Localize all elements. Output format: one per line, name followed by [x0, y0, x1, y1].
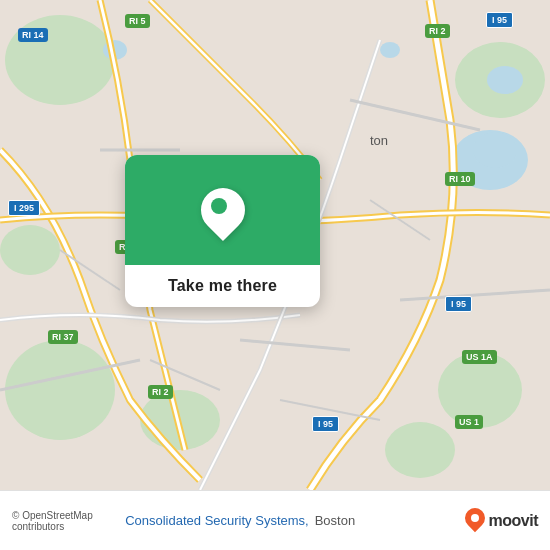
svg-point-8: [385, 422, 455, 478]
popup-green-header: [125, 155, 320, 265]
place-name: Consolidated Security Systems,: [125, 513, 309, 528]
highway-label-i95-bot: I 95: [312, 416, 339, 432]
highway-label-i295: I 295: [8, 200, 40, 216]
moovit-logo[interactable]: moovit: [465, 508, 538, 534]
svg-point-6: [0, 225, 60, 275]
svg-point-10: [487, 66, 523, 94]
highway-label-i95-top: I 95: [486, 12, 513, 28]
highway-label-us1: US 1: [455, 415, 483, 429]
map-container: ton RI 14 RI 5 I 95 RI 2 RI 10 I 295 RI …: [0, 0, 550, 490]
moovit-text: moovit: [489, 512, 538, 530]
osm-credit: © OpenStreetMap contributors: [12, 510, 125, 532]
place-city: Boston: [315, 513, 355, 528]
place-info: Consolidated Security Systems, Boston: [125, 513, 464, 528]
highway-label-ri2-bot: RI 2: [148, 385, 173, 399]
highway-label-i95-mid: I 95: [445, 296, 472, 312]
bottom-bar: © OpenStreetMap contributors Consolidate…: [0, 490, 550, 550]
take-me-there-button[interactable]: Take me there: [168, 277, 277, 295]
location-pin-icon: [201, 188, 245, 232]
svg-point-9: [473, 132, 517, 168]
svg-point-4: [5, 340, 115, 440]
highway-label-ri10: RI 10: [445, 172, 475, 186]
highway-label-ri2-top: RI 2: [425, 24, 450, 38]
popup-button-area[interactable]: Take me there: [125, 265, 320, 307]
popup-card: Take me there: [125, 155, 320, 307]
moovit-pin-icon: [465, 508, 485, 534]
svg-point-12: [380, 42, 400, 58]
highway-label-ri5-top: RI 5: [125, 14, 150, 28]
highway-label-ri37: RI 37: [48, 330, 78, 344]
highway-label-ri14: RI 14: [18, 28, 48, 42]
highway-label-us1a: US 1A: [462, 350, 497, 364]
svg-text:ton: ton: [370, 133, 388, 148]
